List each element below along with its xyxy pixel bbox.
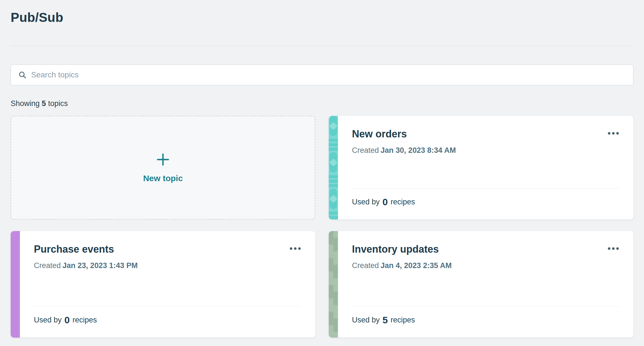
card-stripe-green	[329, 231, 338, 338]
card-title: New orders	[352, 128, 407, 140]
card-divider	[352, 306, 619, 307]
topics-summary: Showing 5 topics	[11, 99, 633, 108]
topics-grid: New topic New orders CreatedJan 30, 2023…	[11, 116, 633, 338]
search-bar[interactable]	[11, 64, 633, 85]
card-title: Purchase events	[34, 243, 114, 255]
topic-card-inventory-updates[interactable]: Inventory updates CreatedJan 4, 2023 2:3…	[329, 231, 633, 338]
topic-card-new-orders[interactable]: New orders CreatedJan 30, 2023 8:34 AM U…	[329, 116, 633, 220]
recipes-count: 0	[64, 315, 70, 325]
ellipsis-icon	[290, 247, 292, 250]
ellipsis-icon	[608, 132, 610, 135]
created-date: Jan 4, 2023 2:35 AM	[381, 261, 452, 270]
used-by-line: Used by0recipes	[34, 315, 301, 325]
header-divider	[11, 46, 633, 46]
card-menu-button[interactable]	[289, 245, 301, 252]
card-stripe-teal	[329, 116, 338, 220]
card-divider	[352, 188, 619, 189]
card-stripe-purple	[11, 231, 20, 338]
card-body: Purchase events CreatedJan 23, 2023 1:43…	[20, 231, 315, 338]
spacer	[352, 155, 619, 189]
plus-icon	[156, 152, 170, 167]
card-menu-button[interactable]	[607, 130, 619, 137]
used-by-prefix: Used by	[352, 198, 380, 206]
card-header: Inventory updates	[352, 243, 619, 255]
created-line: CreatedJan 23, 2023 1:43 PM	[34, 261, 301, 270]
ellipsis-icon	[608, 247, 610, 250]
used-by-prefix: Used by	[34, 316, 62, 324]
card-title: Inventory updates	[352, 243, 439, 255]
new-topic-label: New topic	[143, 174, 183, 183]
used-by-line: Used by5recipes	[352, 315, 619, 325]
card-header: New orders	[352, 128, 619, 140]
created-date: Jan 30, 2023 8:34 AM	[381, 146, 456, 154]
pubsub-page: Pub/Sub Showing 5 topics New topic New o…	[0, 0, 644, 346]
summary-suffix: topics	[48, 99, 68, 108]
created-label: Created	[352, 146, 379, 154]
used-by-suffix: recipes	[73, 316, 97, 324]
recipes-count: 5	[382, 315, 388, 325]
used-by-line: Used by0recipes	[352, 197, 619, 207]
card-divider	[34, 306, 301, 307]
card-menu-button[interactable]	[607, 245, 619, 252]
used-by-suffix: recipes	[391, 316, 415, 324]
card-body: New orders CreatedJan 30, 2023 8:34 AM U…	[338, 116, 633, 220]
page-header: Pub/Sub	[0, 0, 644, 25]
created-date: Jan 23, 2023 1:43 PM	[62, 261, 138, 270]
search-icon	[18, 71, 27, 79]
recipes-count: 0	[382, 197, 388, 207]
search-input[interactable]	[31, 65, 626, 85]
used-by-prefix: Used by	[352, 316, 380, 324]
card-header: Purchase events	[34, 243, 301, 255]
created-label: Created	[352, 261, 379, 270]
card-body: Inventory updates CreatedJan 4, 2023 2:3…	[338, 231, 633, 338]
topic-card-purchase-events[interactable]: Purchase events CreatedJan 23, 2023 1:43…	[11, 231, 315, 338]
created-label: Created	[34, 261, 61, 270]
summary-prefix: Showing	[11, 99, 40, 108]
created-line: CreatedJan 30, 2023 8:34 AM	[352, 146, 619, 155]
created-line: CreatedJan 4, 2023 2:35 AM	[352, 261, 619, 270]
used-by-suffix: recipes	[391, 198, 415, 206]
topics-count: 5	[42, 99, 46, 108]
page-title: Pub/Sub	[11, 10, 633, 25]
spacer	[34, 270, 301, 307]
spacer	[352, 270, 619, 307]
new-topic-card[interactable]: New topic	[11, 116, 315, 220]
